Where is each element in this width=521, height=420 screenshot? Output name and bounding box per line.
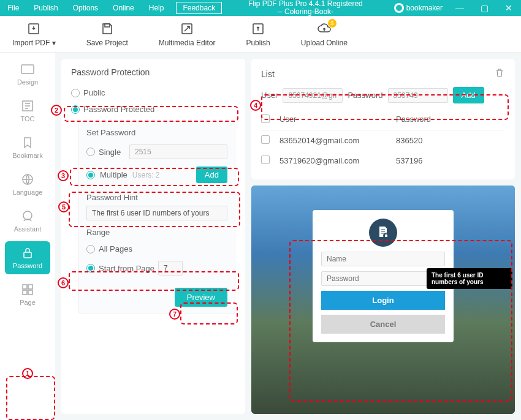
radio-icon [86, 264, 95, 272]
svg-rect-1 [105, 24, 110, 27]
menubar: File Publish Options Online Help [0, 0, 171, 16]
radio-start-from-page[interactable]: Start from Page [86, 257, 227, 279]
radio-multiple[interactable]: Multiple Users: 2 Add [86, 163, 227, 187]
close-button[interactable]: ✕ [496, 0, 521, 16]
checkbox[interactable] [261, 135, 270, 144]
list-heading: List [261, 69, 275, 79]
radio-icon [71, 105, 80, 114]
import-icon [26, 21, 41, 36]
sidebar: Design TOC Bookmark Language Assistant P… [0, 53, 55, 420]
table-header: User Password [261, 110, 505, 130]
multimedia-editor-button[interactable]: Multimedia Editor [159, 21, 216, 47]
sidebar-item-assistant[interactable]: Assistant [5, 204, 50, 238]
lock-document-icon [369, 219, 397, 247]
password-hint-label: Password Hint [86, 193, 227, 202]
menu-publish[interactable]: Publish [26, 0, 65, 16]
password-heading: Password Protection [71, 67, 235, 77]
avatar-icon [394, 3, 404, 13]
feedback-button[interactable]: Feedback [176, 2, 222, 14]
radio-icon [86, 245, 95, 253]
sidebar-item-password[interactable]: Password [5, 241, 50, 274]
password-protection-panel: Password Protection Public Password Prot… [61, 59, 245, 414]
col-user: User [280, 114, 396, 125]
set-password-label: Set Password [86, 128, 227, 137]
radio-single[interactable]: Single [86, 141, 227, 163]
radio-public[interactable]: Public [71, 84, 235, 101]
user-input[interactable] [283, 88, 343, 103]
edit-icon [180, 21, 194, 36]
name-input[interactable] [321, 252, 445, 266]
add-user-button[interactable]: Add [453, 87, 484, 103]
svg-rect-4 [21, 65, 34, 73]
menu-options[interactable]: Options [66, 0, 105, 16]
svg-point-7 [23, 211, 32, 220]
window-title: Flip PDF Plus Pro 4.4.1 Registered -- Co… [222, 0, 389, 16]
title-bar: File Publish Options Online Help Feedbac… [0, 0, 521, 16]
publish-icon [251, 21, 265, 36]
menu-help[interactable]: Help [142, 0, 172, 16]
sidebar-item-language[interactable]: Language [5, 168, 50, 201]
upload-online-button[interactable]: $ Upload Online [301, 21, 348, 47]
password-input[interactable] [388, 88, 448, 103]
svg-rect-11 [23, 290, 27, 294]
window-controls: — ▢ ✕ [447, 0, 521, 16]
sidebar-item-toc[interactable]: TOC [5, 94, 50, 127]
menu-file[interactable]: File [0, 0, 26, 16]
radio-icon [71, 89, 80, 97]
svg-rect-12 [28, 290, 32, 294]
start-page-input[interactable] [158, 261, 183, 276]
save-icon [100, 21, 115, 36]
dollar-badge: $ [328, 19, 337, 28]
radio-icon [86, 148, 95, 156]
user-label: User [261, 91, 278, 100]
cancel-button[interactable]: Cancel [321, 315, 445, 334]
import-pdf-button[interactable]: Import PDF ▾ [12, 21, 56, 47]
login-button[interactable]: Login [321, 291, 445, 310]
radio-icon [86, 171, 95, 179]
user-list-panel: List User Password Add User [251, 59, 515, 179]
single-password-input[interactable] [129, 144, 227, 159]
svg-rect-10 [28, 285, 32, 289]
checkbox-all[interactable] [261, 114, 270, 123]
add-user-row: User Password Add [261, 87, 505, 103]
table-row[interactable]: 83652014@gmail.com 836520 [261, 130, 505, 151]
menu-online[interactable]: Online [105, 0, 142, 16]
checkbox[interactable] [261, 156, 270, 164]
add-multiple-button[interactable]: Add [196, 167, 227, 183]
svg-rect-8 [24, 252, 31, 258]
password-hint-input[interactable] [86, 206, 227, 220]
save-project-button[interactable]: Save Project [86, 21, 128, 47]
sidebar-item-bookmark[interactable]: Bookmark [5, 131, 50, 164]
preview-area: Login Cancel The first 6 user ID numbers… [251, 186, 515, 414]
sidebar-item-design[interactable]: Design [5, 59, 50, 91]
preview-button[interactable]: Preview [175, 288, 227, 307]
toolbar: Import PDF ▾ Save Project Multimedia Edi… [0, 16, 521, 53]
col-password: Password [396, 114, 431, 125]
username: bookmaker [406, 4, 443, 12]
maximize-button[interactable]: ▢ [472, 0, 496, 16]
user-account[interactable]: bookmaker [389, 3, 447, 13]
hint-tooltip: The first 6 user ID numbers of yours [427, 268, 512, 289]
range-label: Range [86, 228, 227, 237]
svg-rect-9 [23, 285, 27, 289]
svg-rect-14 [385, 235, 387, 237]
password-label: Password [348, 91, 382, 100]
users-count: Users: 2 [132, 171, 160, 179]
cloud-upload-icon: $ [317, 21, 332, 36]
minimize-button[interactable]: — [447, 0, 472, 16]
sidebar-item-page[interactable]: Page [5, 278, 50, 311]
publish-button[interactable]: Publish [246, 21, 270, 47]
delete-icon[interactable] [494, 67, 505, 81]
table-row[interactable]: 53719620@gmail.com 537196 [261, 151, 505, 171]
radio-password-protected[interactable]: Password Protected [71, 101, 235, 118]
radio-all-pages[interactable]: All Pages [86, 241, 227, 257]
